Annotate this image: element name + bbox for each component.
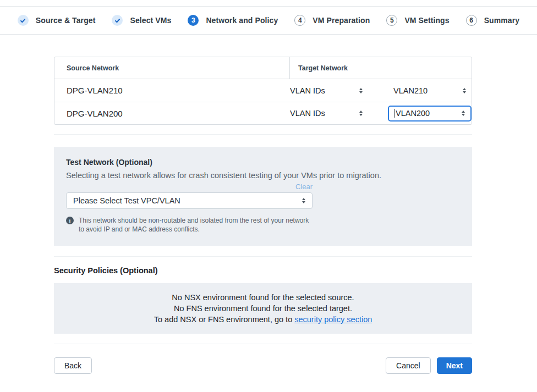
step-select-vms[interactable]: Select VMs xyxy=(112,15,171,26)
step-number-badge: 5 xyxy=(386,15,397,26)
test-network-title: Test Network (Optional) xyxy=(66,158,460,167)
info-note-text: This network should be non-routable and … xyxy=(79,216,309,234)
step-vm-settings[interactable]: 5 VM Settings xyxy=(386,15,449,26)
section-divider xyxy=(54,344,472,344)
step-network-and-policy[interactable]: 3 Network and Policy xyxy=(188,15,278,26)
source-network-name: DPG-VLAN200 xyxy=(54,109,282,118)
target-vlan-value: VLAN200 xyxy=(394,109,430,118)
target-type-value: VLAN IDs xyxy=(290,109,325,118)
test-vpc-vlan-selected-value: Please Select Test VPC/VLAN xyxy=(73,196,180,205)
step-number-badge: 6 xyxy=(466,15,477,26)
fns-message: No FNS environment found for the selecte… xyxy=(54,303,472,314)
clear-link[interactable]: Clear xyxy=(295,183,313,191)
wizard-stepper: Source & Target Select VMs 3 Network and… xyxy=(0,6,537,35)
step-label: Summary xyxy=(484,16,520,25)
test-network-description: Selecting a test network allows for cras… xyxy=(66,171,460,180)
wizard-content: Source Network Target Network DPG-VLAN21… xyxy=(54,57,472,374)
target-type-select[interactable]: VLAN IDs xyxy=(290,109,363,118)
policy-hint-message: To add NSX or FNS environment, go to sec… xyxy=(54,314,472,325)
target-network-cell: VLAN IDs VLAN210 xyxy=(282,82,472,98)
info-icon: i xyxy=(66,217,74,224)
source-network-name: DPG-VLAN210 xyxy=(54,86,282,95)
security-policies-panel: No NSX environment found for the selecte… xyxy=(54,283,472,334)
step-label: Select VMs xyxy=(130,16,171,25)
table-row: DPG-VLAN200 VLAN IDs VLAN200 xyxy=(54,102,472,124)
target-vlan-select[interactable]: VLAN210 xyxy=(388,82,472,98)
section-divider xyxy=(54,256,472,257)
step-label: VM Preparation xyxy=(313,16,370,25)
security-policies-title: Security Policies (Optional) xyxy=(54,266,472,275)
check-icon xyxy=(18,15,29,26)
wizard-footer: Back Cancel Next xyxy=(54,357,472,374)
info-note: i This network should be non-routable an… xyxy=(66,216,460,234)
target-type-value: VLAN IDs xyxy=(290,86,325,95)
network-mapping-table: Source Network Target Network DPG-VLAN21… xyxy=(54,57,472,125)
step-summary[interactable]: 6 Summary xyxy=(466,15,520,26)
updown-arrows-icon xyxy=(462,111,465,116)
step-label: Network and Policy xyxy=(206,16,278,25)
step-label: VM Settings xyxy=(404,16,449,25)
updown-arrows-icon xyxy=(302,198,305,203)
check-icon xyxy=(112,15,123,26)
step-number-badge: 3 xyxy=(188,15,199,26)
text-cursor xyxy=(394,109,395,118)
updown-arrows-icon xyxy=(359,111,363,116)
target-network-cell: VLAN IDs VLAN200 xyxy=(282,106,472,122)
target-type-select[interactable]: VLAN IDs xyxy=(290,86,363,95)
step-label: Source & Target xyxy=(36,16,96,25)
target-vlan-select-focused[interactable]: VLAN200 xyxy=(388,106,472,122)
test-vpc-vlan-select[interactable]: Please Select Test VPC/VLAN xyxy=(66,192,313,209)
section-divider xyxy=(54,134,472,135)
updown-arrows-icon xyxy=(463,88,466,93)
updown-arrows-icon xyxy=(359,88,363,93)
column-header-source-network: Source Network xyxy=(54,57,289,79)
table-row: DPG-VLAN210 VLAN IDs VLAN210 xyxy=(54,79,472,102)
step-source-and-target[interactable]: Source & Target xyxy=(18,15,96,26)
step-number-badge: 4 xyxy=(294,15,305,26)
clear-link-row: Clear xyxy=(66,181,313,191)
target-vlan-value: VLAN210 xyxy=(393,86,428,95)
step-vm-preparation[interactable]: 4 VM Preparation xyxy=(294,15,370,26)
nsx-message: No NSX environment found for the selecte… xyxy=(54,292,472,303)
test-network-panel: Test Network (Optional) Selecting a test… xyxy=(54,147,472,246)
column-header-target-network: Target Network xyxy=(289,57,472,79)
back-button[interactable]: Back xyxy=(54,357,92,374)
security-policy-section-link[interactable]: security policy section xyxy=(294,315,372,324)
cancel-button[interactable]: Cancel xyxy=(386,357,431,374)
table-header-row: Source Network Target Network xyxy=(54,57,472,79)
next-button[interactable]: Next xyxy=(437,357,472,374)
